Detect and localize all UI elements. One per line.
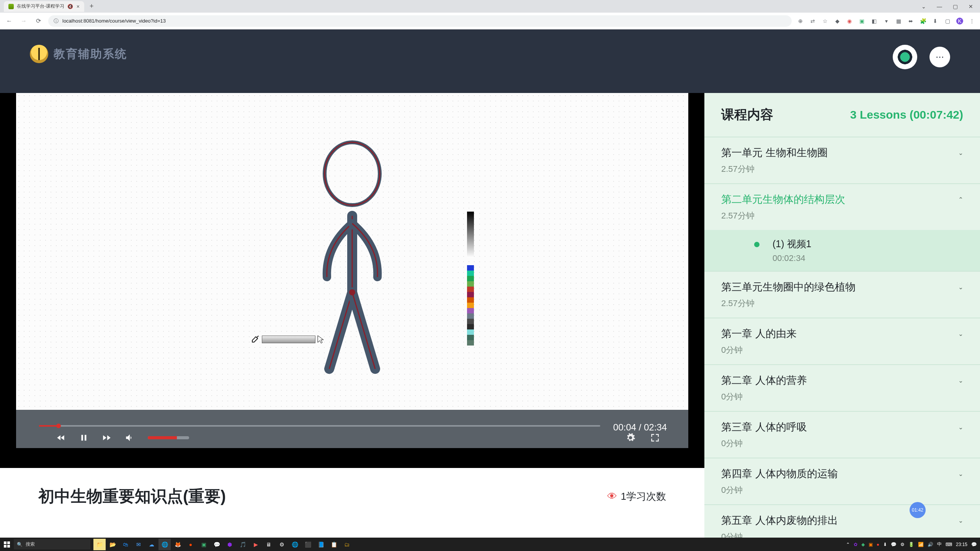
lesson-item[interactable]: 第一单元 生物和生物圈⌄2.57分钟 [704, 137, 980, 183]
tray-clock[interactable]: 23:15 [956, 542, 967, 547]
maximize-icon[interactable]: ▢ [953, 3, 958, 10]
zoom-icon[interactable]: ⊕ [797, 18, 804, 24]
app-7[interactable]: 🦊 [172, 539, 184, 550]
profile-avatar[interactable]: K [956, 18, 963, 24]
sub-item-label: (1) 视频1 [773, 238, 811, 249]
browser-tab[interactable]: 在线学习平台-课程学习 🔇 × [4, 1, 84, 12]
lesson-item[interactable]: 第三章 人体的呼吸⌄0分钟 [704, 411, 980, 458]
forward-button[interactable] [102, 433, 112, 443]
volume-button[interactable] [125, 433, 135, 443]
site-info-icon[interactable]: ⓘ [54, 18, 59, 24]
reload-button[interactable]: ⟳ [34, 16, 43, 26]
translate-icon[interactable]: ⇄ [809, 18, 816, 24]
progress-bar[interactable] [39, 425, 600, 427]
tray-notifications-icon[interactable]: 💬 [971, 542, 977, 547]
mascot-icon[interactable] [893, 45, 917, 69]
bookmark-icon[interactable]: ☆ [822, 18, 828, 24]
color-palette[interactable] [467, 265, 474, 346]
app-16[interactable]: 🌐 [289, 539, 301, 550]
tray-wechat-icon[interactable]: 💬 [891, 542, 897, 547]
tray-5-icon[interactable]: ⬇ [883, 542, 887, 547]
minimize-icon[interactable]: — [937, 3, 942, 10]
tray-2-icon[interactable]: ◆ [861, 542, 865, 547]
pause-button[interactable] [79, 433, 89, 443]
brand-logo[interactable]: 教育辅助系统 [30, 45, 127, 63]
tray-1-icon[interactable]: ✿ [854, 542, 858, 547]
grayscale-palette[interactable] [467, 212, 474, 258]
ext-5-icon[interactable]: ▾ [883, 18, 890, 24]
rewind-button[interactable] [56, 433, 66, 443]
tab-audio-icon[interactable]: 🔇 [67, 4, 73, 9]
taskbar-search[interactable]: 🔍 搜索 [14, 539, 90, 549]
eyedropper-tool[interactable] [250, 334, 325, 345]
app-6[interactable]: 🌐 [158, 539, 171, 550]
lesson-item[interactable]: 第五章 人体内废物的排出⌄0分钟 [704, 504, 980, 538]
forward-button[interactable]: → [19, 16, 28, 26]
app-10[interactable]: 💬 [211, 539, 223, 550]
app-17[interactable]: ⬛ [302, 539, 314, 550]
tray-wifi-icon[interactable]: 📶 [918, 542, 924, 547]
lesson-title: 第二单元生物体的结构层次 [721, 192, 845, 206]
app-header: 教育辅助系统 ⋯ [0, 29, 980, 93]
app-11[interactable]: ⬢ [224, 539, 236, 550]
new-tab-button[interactable]: + [87, 2, 97, 10]
ext-1-icon[interactable]: ◆ [834, 18, 841, 24]
ext-7-icon[interactable]: ⬌ [907, 18, 914, 24]
lesson-item[interactable]: 第二单元生物体的结构层次⌃2.57分钟 [704, 183, 980, 230]
download-icon[interactable]: ⬇ [932, 18, 939, 24]
tray-lang-icon[interactable]: ⌨ [946, 542, 952, 547]
logo-mark-icon [30, 45, 48, 63]
back-button[interactable]: ← [5, 16, 14, 26]
app-8[interactable]: ● [185, 539, 197, 550]
svg-rect-7 [7, 545, 10, 548]
view-count: 👁 1学习次数 [607, 490, 666, 503]
app-15[interactable]: ⚙ [276, 539, 288, 550]
address-bar[interactable]: ⓘ localhost:8081/home/course/view_video?… [48, 15, 792, 27]
more-button[interactable]: ⋯ [929, 47, 950, 67]
tray-4-icon[interactable]: ● [877, 542, 879, 547]
menu-icon[interactable]: ⋮ [969, 18, 975, 24]
lesson-item[interactable]: 第一章 人的由来⌄0分钟 [704, 318, 980, 364]
ext-3-icon[interactable]: ▣ [858, 18, 865, 24]
sidepanel-icon[interactable]: ▢ [944, 18, 951, 24]
tray-battery-icon[interactable]: 🔋 [908, 542, 914, 547]
ext-2-icon[interactable]: ◉ [846, 18, 853, 24]
svg-rect-6 [4, 545, 7, 548]
video-canvas[interactable] [16, 93, 688, 410]
app-14[interactable]: 🖥 [263, 539, 275, 550]
app-18[interactable]: 📘 [315, 539, 327, 550]
tray-volume-icon[interactable]: 🔊 [928, 542, 933, 547]
app-9[interactable]: ▣ [198, 539, 210, 550]
app-20[interactable]: 🗂 [341, 539, 353, 550]
lesson-item[interactable]: 第二章 人体的营养⌄0分钟 [704, 364, 980, 411]
app-19[interactable]: 📋 [328, 539, 340, 550]
extensions-icon[interactable]: 🧩 [920, 18, 926, 24]
lesson-sub-item[interactable]: (1) 视频100:02:34 [704, 230, 980, 271]
tray-ime-icon[interactable]: 中 [937, 541, 942, 548]
chevron-down-icon[interactable]: ⌄ [921, 3, 926, 10]
tray-chevron-icon[interactable]: ⌃ [846, 542, 850, 547]
lesson-item[interactable]: 第三单元生物圈中的绿色植物⌄2.57分钟 [704, 271, 980, 318]
app-13[interactable]: ▶ [250, 539, 262, 550]
chevron-down-icon: ⌄ [958, 424, 963, 431]
app-2[interactable]: 📂 [106, 539, 119, 550]
app-3[interactable]: 🛍 [119, 539, 132, 550]
settings-button[interactable] [626, 433, 635, 443]
close-window-icon[interactable]: ✕ [969, 3, 973, 10]
lesson-item[interactable]: 第四章 人体内物质的运输⌄0分钟 [704, 458, 980, 504]
floating-timer-badge[interactable]: 01:42 [910, 502, 926, 518]
fullscreen-button[interactable] [650, 433, 660, 443]
app-5[interactable]: ☁ [145, 539, 158, 550]
volume-slider[interactable] [148, 436, 189, 439]
taskbar-apps: 📁 📂 🛍 ✉ ☁ 🌐 🦊 ● ▣ 💬 ⬢ 🎵 ▶ 🖥 ⚙ 🌐 ⬛ 📘 📋 🗂 [93, 539, 353, 550]
app-4[interactable]: ✉ [132, 539, 145, 550]
tray-3-icon[interactable]: ▣ [869, 542, 873, 547]
app-1[interactable]: 📁 [93, 539, 106, 550]
gradient-swatch[interactable] [262, 336, 315, 343]
start-button[interactable] [0, 538, 14, 551]
ext-6-icon[interactable]: ▦ [895, 18, 902, 24]
ext-4-icon[interactable]: ◧ [871, 18, 877, 24]
tray-6-icon[interactable]: ⚙ [900, 542, 905, 547]
app-12[interactable]: 🎵 [237, 539, 249, 550]
tab-close-icon[interactable]: × [77, 3, 80, 10]
